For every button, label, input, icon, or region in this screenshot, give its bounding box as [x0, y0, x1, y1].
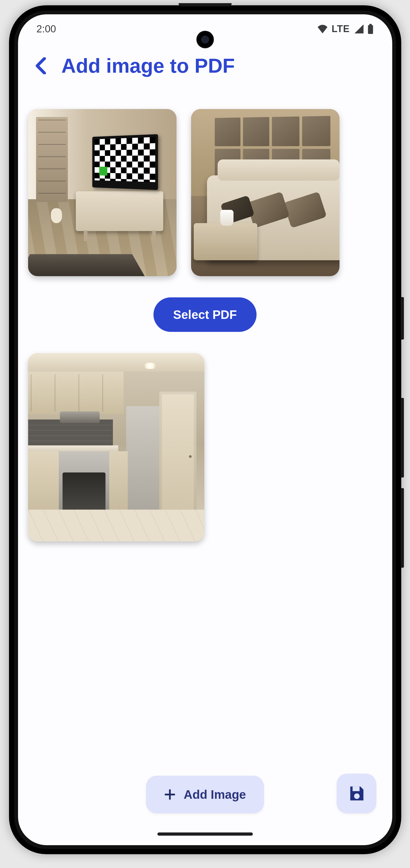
phone-frame: 2:00 LTE	[9, 5, 401, 854]
signal-icon	[353, 24, 364, 33]
selected-images-row	[28, 109, 382, 276]
network-label: LTE	[332, 23, 349, 34]
svg-rect-2	[352, 786, 360, 791]
plus-icon	[164, 789, 176, 800]
gesture-bar[interactable]	[158, 833, 253, 836]
volume-up-button	[401, 398, 404, 477]
image-thumb[interactable]	[28, 353, 204, 541]
screen: 2:00 LTE	[18, 14, 392, 845]
bottom-actions: Add Image	[18, 776, 392, 813]
select-pdf-button[interactable]: Select PDF	[153, 298, 256, 332]
status-bar: 2:00 LTE	[18, 14, 392, 43]
image-thumb[interactable]	[191, 109, 340, 276]
notch	[179, 3, 232, 6]
content: Select PDF	[18, 83, 392, 541]
volume-down-button	[401, 488, 404, 568]
side-button	[401, 297, 404, 340]
pdf-pages-row	[28, 353, 382, 541]
add-image-label: Add Image	[184, 787, 246, 802]
add-image-button[interactable]: Add Image	[146, 776, 264, 813]
battery-icon	[367, 24, 374, 34]
svg-rect-1	[369, 24, 372, 26]
app-bar: Add image to PDF	[18, 43, 392, 83]
svg-rect-0	[368, 25, 373, 34]
save-icon	[347, 784, 366, 803]
save-button[interactable]	[337, 774, 376, 813]
svg-point-3	[354, 794, 360, 799]
wifi-icon	[317, 24, 328, 33]
page-title: Add image to PDF	[62, 54, 235, 77]
back-button[interactable]	[33, 57, 48, 74]
image-thumb[interactable]	[28, 109, 176, 276]
status-time: 2:00	[37, 23, 56, 35]
